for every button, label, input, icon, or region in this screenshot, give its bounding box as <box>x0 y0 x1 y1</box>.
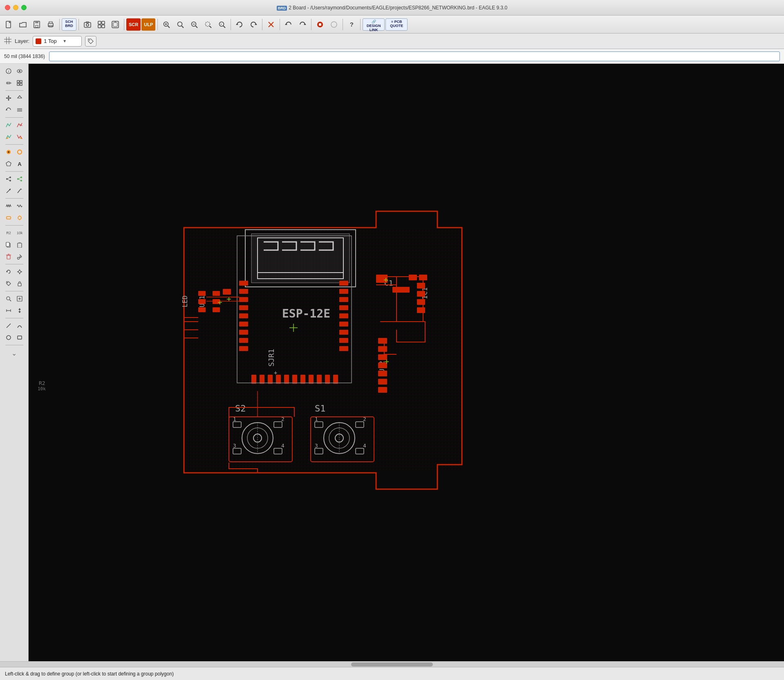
maximize-button[interactable] <box>21 5 27 10</box>
svg-line-23 <box>196 26 198 28</box>
command-input[interactable] <box>49 51 780 61</box>
help-button[interactable]: ? <box>345 18 358 31</box>
minimize-button[interactable] <box>13 5 18 10</box>
stop-button[interactable] <box>314 18 327 31</box>
rect-tool[interactable] <box>15 332 25 343</box>
zoom-selection-button[interactable] <box>202 18 215 31</box>
zoom-arr-pair <box>4 293 25 304</box>
pen-tool[interactable]: ✏ <box>4 77 14 89</box>
smd2-tool[interactable] <box>15 131 25 143</box>
sch-brd-button[interactable]: SCHBRD <box>62 18 76 31</box>
spin-tool[interactable] <box>4 266 14 277</box>
grid-toggle[interactable] <box>4 37 11 46</box>
wire-pair <box>4 119 25 131</box>
del-wire-tool[interactable] <box>15 119 25 131</box>
arr-tool[interactable] <box>15 293 25 304</box>
delete-tool[interactable] <box>4 251 14 262</box>
svg-line-82 <box>18 189 21 193</box>
zoom-fit-button[interactable] <box>174 18 187 31</box>
horizontal-scrollbar[interactable] <box>0 661 784 667</box>
scr-button[interactable]: SCR <box>126 18 141 31</box>
line-tool[interactable] <box>4 320 14 331</box>
sep6 <box>262 19 262 30</box>
save-button[interactable] <box>30 18 43 31</box>
sep3 <box>124 19 124 30</box>
collapse-sidebar[interactable]: ⌄ <box>4 347 25 359</box>
cam-button[interactable] <box>81 18 94 31</box>
info-tool[interactable]: i <box>4 65 14 77</box>
view-tool[interactable] <box>15 65 25 77</box>
close-button[interactable] <box>5 5 10 10</box>
rotate-ccw-button[interactable] <box>233 18 246 31</box>
smd-pair <box>4 131 25 143</box>
svg-rect-12 <box>102 25 105 28</box>
move-rotate-pair <box>4 92 25 104</box>
pencil-tool[interactable] <box>15 185 25 197</box>
zoom-custom-button[interactable]: + <box>215 18 228 31</box>
svg-line-26 <box>210 26 212 28</box>
print-button[interactable] <box>44 18 57 31</box>
status-message: Left-click & drag to define group (or le… <box>5 671 174 677</box>
signal-tool[interactable] <box>4 200 14 212</box>
grid-tool[interactable] <box>15 77 25 89</box>
paste-tool[interactable] <box>15 239 25 251</box>
svg-rect-228 <box>184 228 462 473</box>
signal-wave-pair <box>4 200 25 212</box>
move-tool[interactable] <box>4 92 14 104</box>
arrow-tool[interactable] <box>4 185 14 197</box>
wire-tool[interactable] <box>4 119 14 131</box>
text-tool[interactable]: A <box>15 158 25 170</box>
net2-tool[interactable] <box>15 173 25 185</box>
polygon-tool[interactable] <box>4 158 14 170</box>
lines-tool[interactable] <box>15 104 25 116</box>
net-tool[interactable] <box>4 173 14 185</box>
svg-marker-34 <box>285 23 287 25</box>
board-setup-button[interactable] <box>109 18 122 31</box>
open-button[interactable] <box>16 18 29 31</box>
sep <box>5 345 23 345</box>
scrollbar-thumb[interactable] <box>351 662 433 667</box>
ratnest-button[interactable] <box>327 18 340 31</box>
pcb-canvas[interactable]: ESP-12E SJR1 + S2 S1 US2 + C1 IC1 <box>29 64 784 661</box>
tag-button[interactable] <box>85 36 96 47</box>
zoom-out-button[interactable] <box>188 18 201 31</box>
via-tool[interactable] <box>4 146 14 158</box>
window-controls[interactable] <box>5 5 27 10</box>
cross-button[interactable] <box>264 18 278 31</box>
layer-selector[interactable]: 1 Top ▼ <box>33 36 82 47</box>
undo-button[interactable] <box>282 18 295 31</box>
ulp-button[interactable]: ULP <box>141 18 155 31</box>
arc-tool[interactable] <box>15 320 25 331</box>
tag-tool[interactable] <box>4 278 14 289</box>
design-link-button[interactable]: 🔗 DESIGNLINK <box>363 18 385 31</box>
pcb-quote-button[interactable]: ≡ PCBQUOTE <box>385 18 408 31</box>
sep1 <box>59 19 60 30</box>
rotate-tool[interactable] <box>15 92 25 104</box>
smd-tool[interactable] <box>4 131 14 143</box>
svg-line-79 <box>19 179 20 181</box>
pad-smd-tool[interactable] <box>4 212 14 224</box>
dimension-tool[interactable] <box>4 305 14 316</box>
svg-point-72 <box>9 180 11 181</box>
circle-tool[interactable] <box>4 332 14 343</box>
properties-tool[interactable] <box>15 251 25 262</box>
pad-thru-tool[interactable] <box>15 212 25 224</box>
svg-point-47 <box>19 70 20 72</box>
circle-rect-pair <box>4 332 25 343</box>
r2-label: R2 <box>4 227 14 239</box>
copy-tool[interactable] <box>4 239 14 251</box>
line-arc-pair <box>4 320 25 331</box>
autorouter-button[interactable] <box>95 18 108 31</box>
redo-button[interactable] <box>296 18 309 31</box>
wave-tool[interactable] <box>15 200 25 212</box>
undo-lines-pair <box>4 104 25 116</box>
lock-tool[interactable] <box>15 278 25 289</box>
undo-tool[interactable] <box>4 104 14 116</box>
zoom-in-button[interactable] <box>160 18 173 31</box>
rotate-cw-button[interactable] <box>247 18 260 31</box>
arrow2-tool[interactable] <box>15 305 25 316</box>
pad-tool[interactable] <box>15 146 25 158</box>
layers-tool[interactable] <box>15 266 25 277</box>
zoom-sb-tool[interactable] <box>4 293 14 304</box>
new-button[interactable] <box>2 18 16 31</box>
